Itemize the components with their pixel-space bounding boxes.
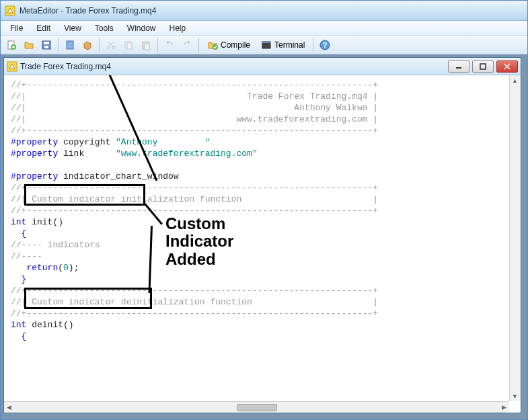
compile-button[interactable]: Compile bbox=[202, 38, 255, 52]
undo-button[interactable] bbox=[161, 38, 178, 52]
document-window: Trade Forex Trading.mq4 //+-------------… bbox=[3, 57, 521, 413]
code-token: copyright bbox=[58, 137, 116, 147]
app-title: MetaEditor - Trade Forex Trading.mq4 bbox=[20, 6, 156, 15]
terminal-icon bbox=[261, 40, 272, 50]
menu-help[interactable]: Help bbox=[163, 22, 193, 34]
document-icon bbox=[7, 61, 17, 72]
svg-rect-20 bbox=[480, 64, 486, 69]
new-file-button[interactable] bbox=[3, 38, 20, 52]
code-token: ( bbox=[58, 263, 63, 273]
menubar: File Edit View Tools Window Help bbox=[1, 21, 527, 36]
toolbar-separator bbox=[313, 38, 313, 52]
scroll-thumb[interactable] bbox=[237, 404, 277, 411]
svg-text:?: ? bbox=[323, 41, 328, 49]
code-line: //+-------------------------------------… bbox=[11, 206, 378, 216]
code-token: init() bbox=[26, 217, 63, 227]
svg-rect-15 bbox=[262, 42, 270, 43]
copy-button[interactable] bbox=[120, 38, 137, 52]
code-line: //| Anthony Waikwa | bbox=[11, 103, 378, 113]
code-token: #property bbox=[11, 171, 58, 181]
code-editor[interactable]: //+-------------------------------------… bbox=[4, 75, 521, 413]
svg-rect-10 bbox=[127, 43, 132, 49]
svg-rect-6 bbox=[67, 41, 73, 49]
scroll-down-icon[interactable]: ▼ bbox=[510, 391, 520, 401]
code-token: link bbox=[58, 149, 116, 159]
cut-button[interactable] bbox=[103, 38, 119, 52]
minimize-button[interactable] bbox=[448, 60, 469, 73]
compile-label: Compile bbox=[221, 40, 250, 50]
toolbar-separator bbox=[58, 38, 59, 52]
main-window: MetaEditor - Trade Forex Trading.mq4 Fil… bbox=[0, 0, 528, 420]
code-line: //+-------------------------------------… bbox=[11, 126, 378, 136]
code-token: int bbox=[11, 320, 26, 330]
code-token: #property bbox=[11, 149, 58, 159]
code-token: #property bbox=[11, 137, 58, 147]
redo-button[interactable] bbox=[179, 38, 195, 52]
menu-edit[interactable]: Edit bbox=[30, 22, 57, 34]
horizontal-scrollbar[interactable]: ◀ ▶ bbox=[4, 401, 509, 413]
help-button[interactable]: ? bbox=[317, 38, 333, 52]
code-token: deinit() bbox=[26, 320, 73, 330]
paste-button[interactable] bbox=[138, 38, 154, 52]
code-token: "Anthony " bbox=[116, 137, 210, 147]
toolbar: Compile Terminal ? bbox=[1, 36, 527, 54]
code-line: //+-------------------------------------… bbox=[11, 286, 378, 296]
code-token: indicator_chart_window bbox=[58, 171, 178, 181]
svg-rect-12 bbox=[145, 44, 149, 50]
app-icon bbox=[5, 5, 15, 16]
code-line: } bbox=[11, 274, 26, 284]
code-token: int bbox=[11, 217, 26, 227]
document-title: Trade Forex Trading.mq4 bbox=[20, 62, 448, 71]
code-line: //| Custom indicator initialization func… bbox=[11, 194, 378, 204]
scroll-left-icon[interactable]: ◀ bbox=[4, 403, 14, 413]
code-line: { bbox=[11, 228, 26, 239]
titlebar[interactable]: MetaEditor - Trade Forex Trading.mq4 bbox=[1, 1, 527, 21]
menu-tools[interactable]: Tools bbox=[88, 22, 120, 34]
book-button[interactable] bbox=[62, 38, 78, 52]
toolbar-separator bbox=[99, 38, 100, 52]
code-token: return bbox=[11, 263, 58, 273]
open-file-button[interactable] bbox=[21, 38, 37, 52]
compile-icon bbox=[207, 40, 218, 50]
vertical-scrollbar[interactable]: ▲ ▼ bbox=[509, 75, 521, 401]
toolbar-separator bbox=[198, 38, 199, 52]
code-line: //---- bbox=[11, 251, 42, 261]
code-line: //+-------------------------------------… bbox=[11, 308, 378, 319]
code-line: //---- indicators bbox=[11, 240, 100, 250]
code-token: "www.tradeforextrading.com" bbox=[116, 149, 258, 159]
menu-window[interactable]: Window bbox=[120, 22, 163, 34]
workspace: Trade Forex Trading.mq4 //+-------------… bbox=[1, 54, 527, 419]
maximize-button[interactable] bbox=[472, 60, 494, 73]
close-button[interactable] bbox=[496, 60, 518, 73]
window-controls bbox=[448, 60, 518, 73]
terminal-button[interactable]: Terminal bbox=[256, 38, 309, 52]
code-line: //+-------------------------------------… bbox=[11, 183, 378, 193]
editor-content[interactable]: //+-------------------------------------… bbox=[4, 75, 521, 346]
menu-file[interactable]: File bbox=[3, 22, 30, 34]
box-button[interactable] bbox=[79, 38, 96, 52]
svg-rect-4 bbox=[44, 42, 49, 44]
save-button[interactable] bbox=[38, 38, 54, 52]
svg-rect-5 bbox=[44, 46, 48, 48]
code-line: //| Custom indicator deinitialization fu… bbox=[11, 297, 378, 307]
code-token: 0 bbox=[63, 263, 69, 273]
document-titlebar[interactable]: Trade Forex Trading.mq4 bbox=[4, 58, 521, 75]
toolbar-separator bbox=[157, 38, 158, 52]
code-line: { bbox=[11, 331, 26, 341]
terminal-label: Terminal bbox=[274, 40, 305, 50]
scroll-right-icon[interactable]: ▶ bbox=[499, 403, 509, 413]
code-line: //+-------------------------------------… bbox=[11, 80, 378, 90]
scroll-up-icon[interactable]: ▲ bbox=[510, 75, 520, 85]
menu-view[interactable]: View bbox=[57, 22, 88, 34]
code-token: ); bbox=[69, 263, 79, 273]
code-line: //| www.tradeforextrading.com | bbox=[11, 114, 378, 124]
code-line: //| Trade Forex Trading.mq4 | bbox=[11, 91, 378, 101]
